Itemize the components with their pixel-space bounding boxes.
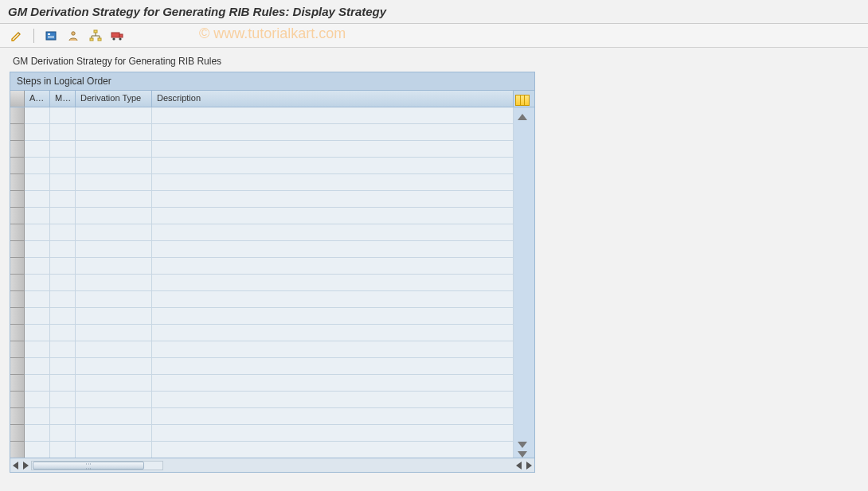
cell-ac[interactable] [25, 141, 50, 158]
cell-description[interactable] [152, 375, 514, 392]
table-row[interactable] [10, 107, 534, 124]
table-row[interactable] [10, 275, 534, 291]
scroll-up-icon[interactable] [518, 114, 527, 120]
row-selector[interactable] [10, 174, 25, 191]
cell-description[interactable] [152, 275, 514, 291]
hscroll-left-icon[interactable] [13, 462, 18, 470]
row-selector[interactable] [10, 208, 25, 224]
select-all-header[interactable] [10, 91, 25, 107]
hscroll-left2-icon[interactable] [516, 462, 522, 470]
hierarchy-icon[interactable] [88, 29, 103, 43]
cell-ac[interactable] [25, 241, 50, 258]
cell-ac[interactable] [25, 158, 50, 174]
cell-description[interactable] [152, 442, 514, 458]
cell-ac[interactable] [25, 325, 50, 341]
cell-derivation[interactable] [76, 375, 152, 392]
table-row[interactable] [10, 425, 534, 442]
cell-derivation[interactable] [76, 224, 152, 241]
user-icon[interactable] [66, 29, 80, 43]
transport-icon[interactable] [111, 29, 125, 43]
scroll-down-page-icon[interactable] [518, 451, 527, 458]
row-selector[interactable] [10, 191, 25, 208]
hscroll-right-icon[interactable] [23, 462, 29, 470]
cell-derivation[interactable] [76, 107, 152, 124]
cell-ma[interactable] [50, 408, 76, 425]
cell-ma[interactable] [50, 291, 76, 308]
cell-description[interactable] [152, 341, 514, 358]
row-selector[interactable] [10, 442, 25, 458]
cell-derivation[interactable] [76, 174, 152, 191]
table-row[interactable] [10, 241, 534, 258]
cell-derivation[interactable] [76, 124, 152, 141]
cell-ac[interactable] [25, 291, 50, 308]
cell-ma[interactable] [50, 392, 76, 408]
row-selector[interactable] [10, 124, 25, 141]
cell-derivation[interactable] [76, 308, 152, 325]
cell-description[interactable] [152, 241, 514, 258]
col-header-ma[interactable]: Ma... [50, 91, 76, 107]
cell-description[interactable] [152, 124, 514, 141]
cell-derivation[interactable] [76, 341, 152, 358]
cell-ma[interactable] [50, 258, 76, 275]
cell-ma[interactable] [50, 241, 76, 258]
row-selector[interactable] [10, 107, 25, 124]
cell-derivation[interactable] [76, 241, 152, 258]
table-row[interactable] [10, 308, 534, 325]
row-selector[interactable] [10, 291, 25, 308]
table-row[interactable] [10, 392, 534, 408]
cell-ac[interactable] [25, 208, 50, 224]
cell-ma[interactable] [50, 425, 76, 442]
table-row[interactable] [10, 174, 534, 191]
row-selector[interactable] [10, 358, 25, 375]
pencil-icon[interactable] [10, 29, 24, 43]
cell-derivation[interactable] [76, 358, 152, 375]
cell-description[interactable] [152, 191, 514, 208]
hscroll-thumb[interactable] [33, 462, 144, 470]
table-row[interactable] [10, 358, 534, 375]
cell-description[interactable] [152, 208, 514, 224]
col-header-derivation[interactable]: Derivation Type [76, 91, 152, 107]
row-selector[interactable] [10, 325, 25, 341]
cell-derivation[interactable] [76, 158, 152, 174]
cell-derivation[interactable] [76, 442, 152, 458]
table-row[interactable] [10, 408, 534, 425]
cell-ma[interactable] [50, 208, 76, 224]
cell-derivation[interactable] [76, 275, 152, 291]
cell-description[interactable] [152, 258, 514, 275]
table-row[interactable] [10, 442, 534, 458]
row-selector[interactable] [10, 425, 25, 442]
cell-ac[interactable] [25, 224, 50, 241]
row-selector[interactable] [10, 392, 25, 408]
cell-description[interactable] [152, 174, 514, 191]
cell-description[interactable] [152, 392, 514, 408]
cell-ac[interactable] [25, 442, 50, 458]
cell-ma[interactable] [50, 158, 76, 174]
cell-description[interactable] [152, 358, 514, 375]
hscroll-right2-icon[interactable] [526, 462, 532, 470]
cell-ma[interactable] [50, 224, 76, 241]
cell-derivation[interactable] [76, 208, 152, 224]
row-selector[interactable] [10, 224, 25, 241]
cell-ma[interactable] [50, 124, 76, 141]
cell-ma[interactable] [50, 308, 76, 325]
table-row[interactable] [10, 291, 534, 308]
table-row[interactable] [10, 341, 534, 358]
cell-ma[interactable] [50, 107, 76, 124]
table-row[interactable] [10, 191, 534, 208]
cell-ma[interactable] [50, 375, 76, 392]
cell-ac[interactable] [25, 275, 50, 291]
cell-ac[interactable] [25, 124, 50, 141]
row-selector[interactable] [10, 408, 25, 425]
table-row[interactable] [10, 224, 534, 241]
cell-description[interactable] [152, 158, 514, 174]
cell-description[interactable] [152, 425, 514, 442]
row-selector[interactable] [10, 241, 25, 258]
cell-ac[interactable] [25, 408, 50, 425]
cell-derivation[interactable] [76, 141, 152, 158]
cell-description[interactable] [152, 291, 514, 308]
cell-ma[interactable] [50, 141, 76, 158]
cell-description[interactable] [152, 224, 514, 241]
cell-ac[interactable] [25, 341, 50, 358]
cell-derivation[interactable] [76, 291, 152, 308]
row-selector[interactable] [10, 341, 25, 358]
